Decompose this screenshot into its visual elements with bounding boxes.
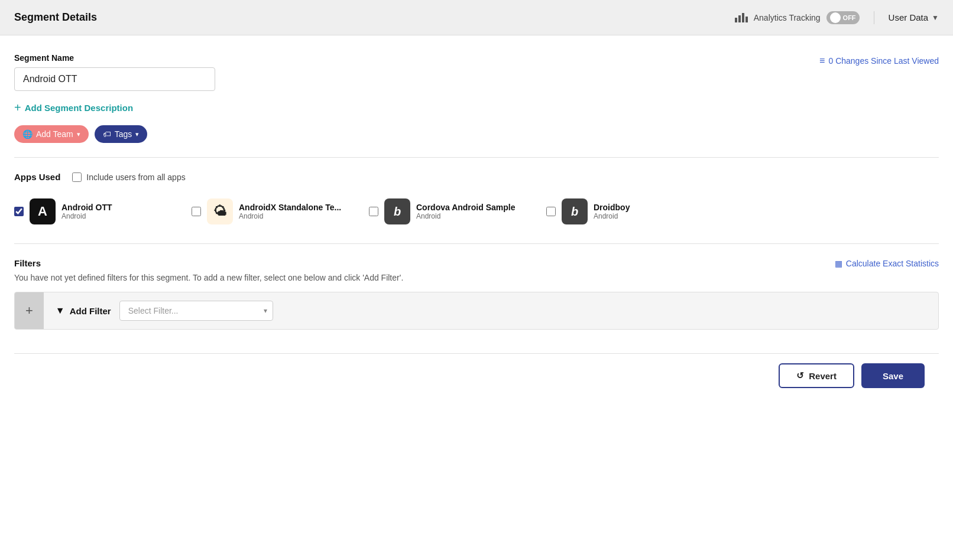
app-name-droidboy: Droidboy — [594, 203, 630, 212]
include-all-apps-label[interactable]: Include users from all apps — [72, 172, 185, 182]
app-checkbox-droidboy[interactable] — [546, 207, 556, 216]
include-all-label: Include users from all apps — [86, 172, 185, 182]
app-icon-droidboy: b — [562, 198, 588, 224]
app-name-androidx: AndroidX Standalone Te... — [239, 203, 341, 212]
list-icon: ≡ — [819, 56, 825, 66]
add-team-label: Add Team — [36, 129, 73, 139]
filters-header: Filters ▦ Calculate Exact Statistics — [14, 258, 939, 268]
toggle-state: OFF — [843, 14, 856, 21]
save-button[interactable]: Save — [861, 363, 925, 388]
add-description-label: Add Segment Description — [25, 103, 133, 113]
app-platform-android-ott: Android — [61, 212, 112, 220]
apps-grid: A Android OTT Android 🌤 AndroidX Standal… — [14, 194, 939, 229]
apps-used-section: Apps Used Include users from all apps A … — [14, 172, 939, 229]
add-filter-label: Add Filter — [70, 306, 111, 316]
filters-section: Filters ▦ Calculate Exact Statistics You… — [14, 258, 939, 330]
app-checkbox-cordova[interactable] — [369, 207, 378, 216]
divider-1 — [14, 157, 939, 158]
header-right: Analytics Tracking OFF User Data ▼ — [735, 11, 939, 24]
funnel-icon: ▼ — [56, 305, 65, 316]
save-label: Save — [883, 371, 903, 381]
app-icon-android-ott: A — [30, 198, 56, 224]
analytics-label: Analytics Tracking — [754, 13, 821, 22]
filters-description: You have not yet defined filters for thi… — [14, 273, 939, 282]
grid-icon: ▦ — [835, 259, 842, 268]
filter-plus-button[interactable]: + — [15, 292, 44, 329]
app-name-cordova: Cordova Android Sample — [416, 203, 516, 212]
tag-icon: 🏷 — [103, 129, 111, 139]
bottom-bar: ↺ Revert Save — [14, 353, 939, 398]
segment-name-input[interactable] — [14, 67, 215, 91]
apps-used-header: Apps Used Include users from all apps — [14, 172, 939, 182]
segment-name-label: Segment Name — [14, 53, 215, 63]
button-row: 🌐 Add Team ▾ 🏷 Tags ▾ — [14, 125, 939, 143]
tags-label: Tags — [115, 129, 132, 139]
globe-icon: 🌐 — [22, 129, 33, 139]
app-item-android-ott: A Android OTT Android — [14, 194, 192, 229]
filter-select[interactable]: Select Filter... Last Used App Country C… — [119, 301, 273, 321]
apps-used-title: Apps Used — [14, 172, 60, 182]
calculate-exact-statistics-link[interactable]: ▦ Calculate Exact Statistics — [835, 259, 939, 268]
chevron-down-icon: ▾ — [135, 131, 139, 138]
main-content: Segment Name ≡ 0 Changes Since Last View… — [0, 35, 953, 560]
include-all-checkbox[interactable] — [72, 172, 82, 182]
bar-chart-icon — [735, 13, 748, 22]
filter-inner: ▼ Add Filter Select Filter... Last Used … — [44, 292, 938, 329]
add-filter-button[interactable]: ▼ Add Filter — [56, 305, 111, 316]
filter-row: + ▼ Add Filter Select Filter... Last Use… — [14, 292, 939, 330]
app-checkbox-androidx[interactable] — [192, 207, 201, 216]
user-data-label: User Data — [889, 12, 929, 22]
page-title: Segment Details — [14, 11, 735, 24]
segment-name-left: Segment Name — [14, 53, 215, 91]
revert-label: Revert — [809, 371, 837, 381]
app-platform-cordova: Android — [416, 212, 516, 220]
app-platform-droidboy: Android — [594, 212, 630, 220]
app-icon-cordova: b — [384, 198, 410, 224]
segment-name-section: Segment Name ≡ 0 Changes Since Last View… — [14, 53, 939, 91]
revert-button[interactable]: ↺ Revert — [779, 363, 854, 388]
filter-select-wrap: Select Filter... Last Used App Country C… — [119, 301, 273, 321]
add-team-button[interactable]: 🌐 Add Team ▾ — [14, 125, 89, 143]
chevron-down-icon: ▾ — [77, 131, 80, 138]
add-segment-description[interactable]: + Add Segment Description — [14, 102, 939, 113]
divider-2 — [14, 243, 939, 244]
app-checkbox-android-ott[interactable] — [14, 207, 24, 216]
analytics-toggle[interactable]: OFF — [826, 11, 860, 24]
plus-icon: + — [14, 102, 21, 113]
app-name-android-ott: Android OTT — [61, 203, 112, 212]
user-data-button[interactable]: User Data ▼ — [889, 12, 939, 22]
app-info-androidx: AndroidX Standalone Te... Android — [239, 203, 341, 220]
app-item-droidboy: b Droidboy Android — [546, 194, 724, 229]
calc-stats-label: Calculate Exact Statistics — [846, 259, 939, 268]
app-platform-androidx: Android — [239, 212, 341, 220]
tags-button[interactable]: 🏷 Tags ▾ — [95, 125, 148, 143]
chevron-down-icon: ▼ — [932, 14, 939, 22]
filters-title: Filters — [14, 258, 41, 268]
header: Segment Details Analytics Tracking OFF U… — [0, 0, 953, 35]
app-icon-androidx: 🌤 — [207, 198, 233, 224]
toggle-circle — [830, 12, 841, 23]
revert-icon: ↺ — [796, 370, 804, 381]
app-info-android-ott: Android OTT Android — [61, 203, 112, 220]
app-item-cordova: b Cordova Android Sample Android — [369, 194, 546, 229]
app-item-androidx: 🌤 AndroidX Standalone Te... Android — [192, 194, 369, 229]
changes-label: 0 Changes Since Last Viewed — [828, 56, 939, 66]
changes-since-last-viewed-link[interactable]: ≡ 0 Changes Since Last Viewed — [819, 56, 939, 66]
app-info-droidboy: Droidboy Android — [594, 203, 630, 220]
app-info-cordova: Cordova Android Sample Android — [416, 203, 516, 220]
analytics-section: Analytics Tracking OFF — [735, 11, 874, 24]
